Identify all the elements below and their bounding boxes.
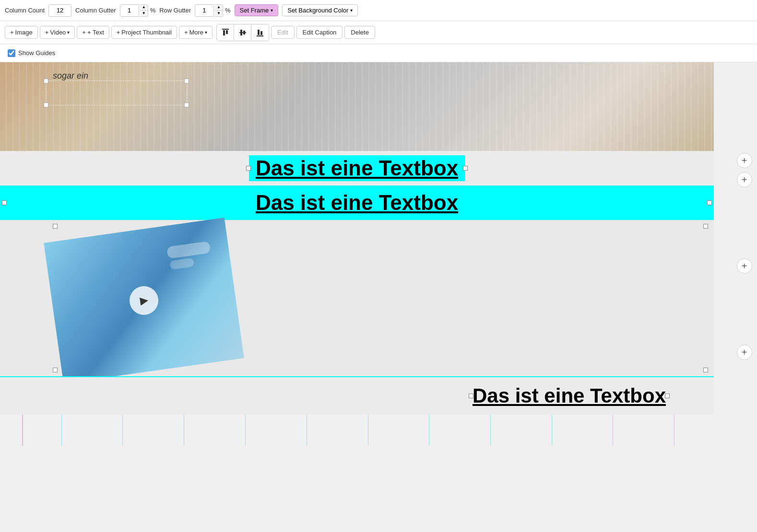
toolbar-row1: Column Count Column Gutter ▲ ▼ % Row Gut… bbox=[0, 0, 757, 21]
media-handle-bl[interactable] bbox=[53, 368, 58, 372]
align-middle-icon bbox=[238, 28, 248, 37]
delete-label: Delete bbox=[351, 29, 369, 36]
align-bottom-icon bbox=[255, 28, 265, 37]
handle-bl[interactable] bbox=[44, 103, 48, 107]
column-gutter-input[interactable] bbox=[120, 4, 139, 17]
set-background-color-button[interactable]: Set Background Color ▾ bbox=[282, 4, 358, 16]
svg-rect-0 bbox=[222, 29, 229, 30]
svg-rect-6 bbox=[257, 35, 263, 36]
textbox2-handle-left[interactable] bbox=[2, 200, 7, 205]
handle-br[interactable] bbox=[184, 103, 189, 107]
right-panel: + + + + bbox=[735, 62, 757, 446]
svg-rect-4 bbox=[240, 30, 242, 35]
textbox3-handle-right[interactable] bbox=[665, 393, 670, 398]
image-selection-box bbox=[46, 81, 187, 105]
row-gutter-down[interactable]: ▼ bbox=[215, 10, 223, 16]
canvas-area: sogar ein Das ist eine Textbox bbox=[0, 62, 757, 446]
row-gutter-unit: % bbox=[225, 7, 231, 14]
handle-tl[interactable] bbox=[44, 79, 48, 83]
row-gutter-spinner: ▲ ▼ bbox=[215, 4, 223, 17]
cloud-shape bbox=[166, 241, 211, 259]
add-more-label: More bbox=[189, 29, 203, 36]
edit-label: Edit bbox=[277, 29, 288, 36]
plus-icon-video: + bbox=[45, 29, 49, 36]
add-text-button[interactable]: + + Text bbox=[77, 26, 109, 39]
textbox3-item[interactable]: Das ist eine Textbox bbox=[473, 384, 666, 407]
video-thumbnail[interactable]: ▶ bbox=[44, 218, 244, 383]
align-middle-button[interactable] bbox=[234, 24, 251, 41]
set-frame-dropdown-icon: ▾ bbox=[271, 8, 273, 13]
play-button[interactable]: ▶ bbox=[128, 284, 160, 317]
textbox1-text: Das ist eine Textbox bbox=[249, 155, 465, 181]
plus-icon-text: + bbox=[82, 29, 86, 36]
play-icon: ▶ bbox=[139, 294, 149, 307]
column-count-input[interactable] bbox=[48, 4, 71, 17]
row-gutter-input[interactable] bbox=[195, 4, 214, 17]
add-project-thumbnail-label: Project Thumbnail bbox=[121, 29, 172, 36]
svg-rect-1 bbox=[223, 30, 225, 35]
edit-caption-button[interactable]: Edit Caption bbox=[296, 26, 343, 39]
show-guides-checkbox[interactable] bbox=[8, 49, 15, 57]
row1-add-area bbox=[735, 62, 757, 151]
add-row-btn-3[interactable]: + bbox=[737, 258, 752, 274]
column-gutter-group: ▲ ▼ % bbox=[120, 4, 156, 17]
add-row-btn-4[interactable]: + bbox=[737, 345, 752, 360]
svg-rect-8 bbox=[260, 31, 262, 35]
set-bg-label: Set Background Color bbox=[287, 7, 348, 14]
canvas-image-row: sogar ein bbox=[0, 62, 714, 151]
plus-icon: + bbox=[10, 29, 14, 36]
add-more-button[interactable]: + More ▾ bbox=[179, 26, 213, 39]
textbox-row-2: Das ist eine Textbox bbox=[0, 185, 714, 220]
media-handle-tl[interactable] bbox=[53, 224, 58, 229]
row-gutter-up[interactable]: ▲ bbox=[215, 5, 223, 11]
column-count-label: Column Count bbox=[5, 7, 45, 14]
align-top-icon bbox=[221, 28, 230, 37]
show-guides-label: Show Guides bbox=[18, 49, 55, 57]
column-gutter-unit: % bbox=[150, 7, 156, 14]
row-gutter-label: Row Gutter bbox=[159, 7, 191, 14]
align-top-button[interactable] bbox=[217, 24, 234, 41]
textbox2-text: Das ist eine Textbox bbox=[256, 191, 458, 215]
textbox1-handle-right[interactable] bbox=[463, 166, 468, 171]
add-row-btn-2[interactable]: + bbox=[737, 172, 752, 187]
set-frame-button[interactable]: Set Frame ▾ bbox=[235, 4, 279, 16]
textbox2-handle-right[interactable] bbox=[707, 200, 712, 205]
media-handle-br[interactable] bbox=[703, 368, 708, 372]
add-image-label: Image bbox=[15, 29, 33, 36]
canvas-main: sogar ein Das ist eine Textbox bbox=[0, 62, 735, 446]
add-video-label: Video bbox=[50, 29, 66, 36]
plus-icon-thumb: + bbox=[117, 29, 120, 36]
column-gutter-up[interactable]: ▲ bbox=[140, 5, 148, 11]
toolbar-row2: + Image + Video ▾ + + Text + Project Thu… bbox=[0, 21, 757, 44]
textbox-row2-inner[interactable]: Das ist eine Textbox bbox=[0, 187, 714, 219]
textbox1-handle-left[interactable] bbox=[246, 166, 251, 171]
handle-tr[interactable] bbox=[184, 79, 189, 83]
add-row-btn-1[interactable]: + bbox=[737, 153, 752, 168]
plus-icon-more: + bbox=[184, 29, 188, 36]
delete-button[interactable]: Delete bbox=[344, 26, 375, 39]
add-image-button[interactable]: + Image bbox=[5, 26, 38, 39]
bottom-textbox-row: Das ist eine Textbox bbox=[0, 376, 714, 415]
textbox3-text: Das ist eine Textbox bbox=[473, 384, 666, 407]
column-gutter-spinner: ▲ ▼ bbox=[140, 4, 148, 17]
add-project-thumbnail-button[interactable]: + Project Thumbnail bbox=[111, 26, 177, 39]
show-guides-toggle[interactable]: Show Guides bbox=[8, 49, 55, 57]
media-handle-tr[interactable] bbox=[703, 224, 708, 229]
textbox-item-1[interactable]: Das ist eine Textbox bbox=[249, 155, 465, 181]
more-dropdown-icon: ▾ bbox=[205, 30, 207, 35]
video-dropdown-icon: ▾ bbox=[67, 30, 70, 35]
toolbar-row3: Show Guides bbox=[0, 44, 757, 62]
add-text-label: + Text bbox=[87, 29, 104, 36]
align-group bbox=[216, 24, 269, 41]
add-video-button[interactable]: + Video ▾ bbox=[40, 26, 75, 39]
align-bottom-button[interactable] bbox=[251, 24, 269, 41]
column-gutter-down[interactable]: ▼ bbox=[140, 10, 148, 16]
textbox3-handle-left[interactable] bbox=[469, 393, 473, 398]
edit-caption-label: Edit Caption bbox=[303, 29, 337, 36]
cloud-shape-2 bbox=[169, 258, 194, 270]
image-text-overlay: sogar ein bbox=[53, 71, 88, 81]
image-content[interactable]: sogar ein bbox=[0, 62, 714, 151]
svg-rect-2 bbox=[226, 30, 228, 34]
edit-button[interactable]: Edit bbox=[271, 26, 294, 39]
media-row: ▶ bbox=[0, 220, 714, 376]
